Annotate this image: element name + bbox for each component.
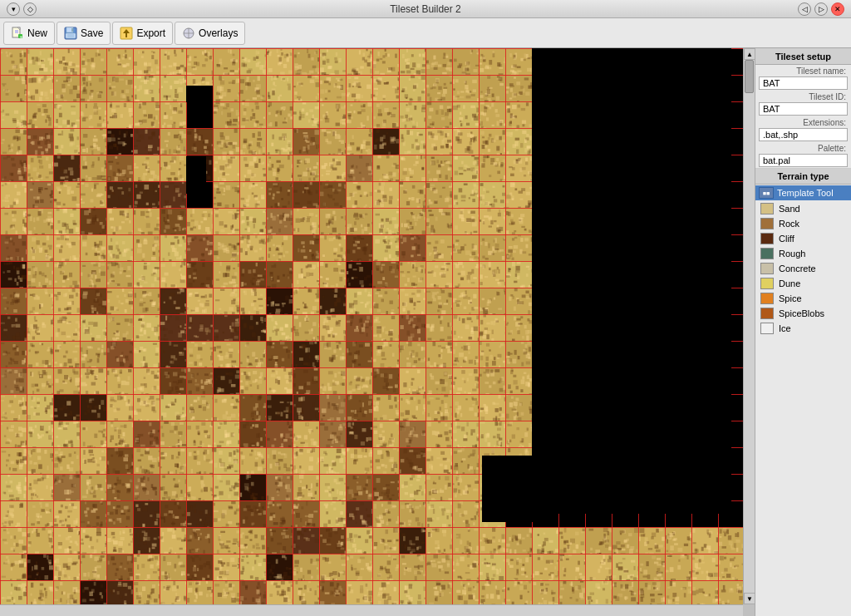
close-button[interactable]: ✕ (831, 2, 844, 16)
terrain-item-ice[interactable]: Ice (755, 321, 851, 336)
svg-rect-8 (71, 28, 73, 32)
template-tool-icon: ■■ (759, 187, 774, 199)
terrain-label-rock: Rock (779, 219, 799, 229)
terrain-color-spice (760, 293, 774, 304)
terrain-label-concrete: Concrete (779, 264, 816, 274)
terrain-color-ice (760, 323, 774, 334)
terrain-color-sand (760, 203, 774, 214)
new-label: New (27, 27, 47, 39)
terrain-item-dune[interactable]: Dune (755, 276, 851, 291)
svg-text:+: + (20, 34, 23, 39)
palette-label: Palette: (755, 142, 851, 153)
terrain-item-spice[interactable]: Spice (755, 291, 851, 306)
terrain-label-spiceblobs: SpiceBlobs (779, 308, 824, 318)
tileset-name-value[interactable]: BAT (759, 76, 848, 90)
toolbar: + New Save Export (0, 18, 851, 48)
window-controls[interactable]: ▾ ◇ (7, 2, 37, 16)
terrain-color-dune (760, 278, 774, 289)
terrain-item-label: Template Tool (777, 188, 834, 198)
save-button[interactable]: Save (57, 22, 111, 45)
terrain-label-spice: Spice (779, 293, 802, 303)
window-title: Tileset Builder 2 (390, 3, 461, 15)
terrain-color-spiceblobs (760, 308, 774, 319)
tileset-canvas[interactable] (0, 48, 743, 604)
window-close-controls[interactable]: ◁ ▷ ✕ (798, 2, 844, 16)
terrain-label-ice: Ice (779, 323, 791, 333)
new-button[interactable]: + New (3, 22, 55, 45)
svg-rect-10 (67, 34, 74, 37)
terrain-item-sand[interactable]: Sand (755, 201, 851, 216)
restore-button[interactable]: ◇ (23, 2, 37, 16)
scroll-up-button[interactable]: ▲ (744, 48, 755, 60)
title-bar: ▾ ◇ Tileset Builder 2 ◁ ▷ ✕ (0, 0, 851, 18)
terrain-item-concrete[interactable]: Concrete (755, 261, 851, 276)
export-icon (120, 27, 133, 40)
scrollbar-corner (743, 604, 755, 616)
tileset-name-label: Tileset name: (755, 65, 851, 76)
scrollbar-vertical[interactable]: ▲ ▼ (743, 48, 755, 604)
terrain-item-cliff[interactable]: Cliff (755, 231, 851, 246)
canvas-scroll (0, 48, 743, 604)
terrain-color-rough (760, 248, 774, 259)
export-button[interactable]: Export (112, 22, 173, 45)
tileset-id-value[interactable]: BAT (759, 102, 848, 116)
terrain-item-rough[interactable]: Rough (755, 246, 851, 261)
save-icon (64, 27, 77, 40)
tileset-id-label: Tileset ID: (755, 91, 851, 101)
setup-title: Tileset setup (755, 48, 851, 65)
main-layout: ▲ ▼ Tileset setup Tileset name: BAT Tile… (0, 48, 851, 616)
new-icon: + (11, 27, 24, 40)
terrain-title: Terrain type (755, 168, 851, 185)
save-label: Save (81, 27, 103, 39)
canvas-area[interactable]: ▲ ▼ (0, 48, 755, 616)
palette-value[interactable]: bat.pal (759, 154, 848, 167)
scrollbar-horizontal[interactable] (0, 604, 743, 616)
minimize-button[interactable]: ▾ (7, 2, 20, 16)
terrain-color-concrete (760, 263, 774, 274)
overlays-label: Overlays (199, 27, 238, 39)
overlays-icon (182, 27, 195, 40)
scroll-thumb-vertical[interactable] (745, 60, 754, 93)
terrain-item-rock[interactable]: Rock (755, 216, 851, 231)
terrain-label-sand: Sand (779, 204, 800, 214)
nav-back-button[interactable]: ◁ (798, 2, 811, 16)
scroll-down-button[interactable]: ▼ (744, 593, 755, 604)
extensions-label: Extensions: (755, 116, 851, 127)
terrain-color-cliff (760, 233, 774, 244)
terrain-item-spiceblobs[interactable]: SpiceBlobs (755, 306, 851, 321)
right-panel: Tileset setup Tileset name: BAT Tileset … (755, 48, 851, 616)
extensions-value[interactable]: .bat,.shp (759, 128, 848, 141)
terrain-list: ■■Template ToolSandRockCliffRoughConcret… (755, 185, 851, 336)
terrain-item-template-tool[interactable]: ■■Template Tool (755, 185, 851, 200)
terrain-label-cliff: Cliff (779, 234, 794, 244)
overlays-button[interactable]: Overlays (175, 22, 245, 45)
terrain-color-rock (760, 218, 774, 229)
export-label: Export (136, 27, 165, 39)
nav-forward-button[interactable]: ▷ (814, 2, 828, 16)
terrain-label-dune: Dune (779, 278, 800, 288)
terrain-label-rough: Rough (779, 249, 805, 259)
